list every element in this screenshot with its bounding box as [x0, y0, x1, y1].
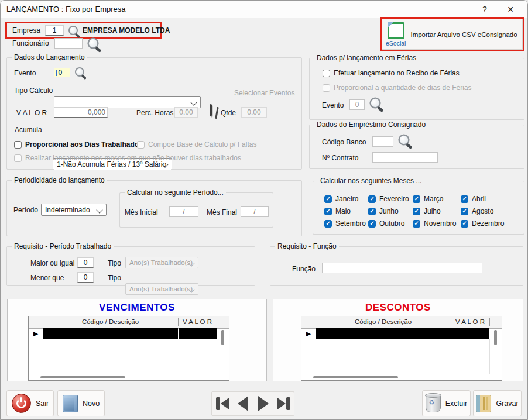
- record-navigator: [211, 391, 294, 416]
- import-csv-button[interactable]: eSocial Importar Arquivo CSV eConsignado: [382, 19, 523, 50]
- column-header-codigo[interactable]: Código / Descrição: [43, 318, 178, 325]
- checkbox-novembro[interactable]: [413, 220, 420, 228]
- checkbox-proporcional-dias[interactable]: [14, 141, 22, 149]
- group-legend: Dados do Empréstimo Consignado: [314, 121, 428, 129]
- checkbox-fevereiro[interactable]: [368, 195, 376, 203]
- sair-label: Sair: [36, 400, 49, 408]
- nav-first-button[interactable]: [212, 394, 232, 414]
- checkbox-abril[interactable]: [461, 195, 468, 203]
- excluir-button[interactable]: Excluir: [422, 390, 471, 416]
- novo-label: Novo: [83, 400, 100, 408]
- nav-prev-button[interactable]: [233, 394, 252, 414]
- sair-button[interactable]: Sair: [6, 390, 54, 416]
- vencimentos-table[interactable]: Código / Descrição V A L O R ▶: [28, 316, 229, 381]
- empresa-input[interactable]: [45, 25, 64, 36]
- mes-final-label: Mês Final: [207, 208, 237, 216]
- chevron-down-icon: [190, 99, 197, 105]
- maior-ou-igual-input[interactable]: [77, 257, 94, 268]
- valor-input[interactable]: [54, 107, 108, 118]
- save-cabinet-icon: [476, 395, 491, 412]
- checkbox-agosto[interactable]: [461, 208, 468, 215]
- codigo-banco-label: Código Banco: [322, 138, 366, 146]
- month-label: Setembro: [335, 219, 366, 228]
- contrato-input[interactable]: [372, 152, 438, 163]
- tipo-select-menor: Ano(s) Trabalhado(s): [125, 283, 198, 295]
- checkbox-junho[interactable]: [368, 208, 376, 215]
- valor-label: V A L O R: [16, 109, 47, 117]
- checkbox-recibo-ferias[interactable]: [323, 70, 330, 77]
- column-header-valor[interactable]: V A L O R: [451, 318, 489, 325]
- checkbox-julho[interactable]: [413, 208, 420, 215]
- evento-ferias-input[interactable]: [349, 99, 365, 110]
- close-button[interactable]: ✕: [502, 3, 519, 16]
- search-icon[interactable]: [75, 67, 84, 77]
- selected-row[interactable]: ▶: [301, 328, 502, 339]
- column-header-codigo[interactable]: Código / Descrição: [316, 318, 451, 325]
- descontos-panel: DESCONTOS Código / Descrição V A L O R ▶: [273, 299, 523, 381]
- tipo-calculo-select[interactable]: [54, 96, 201, 108]
- qtde-input[interactable]: [241, 107, 267, 118]
- codigo-banco-input[interactable]: [372, 136, 393, 147]
- mes-inicial-input[interactable]: [169, 206, 198, 217]
- folder-icon: [63, 395, 78, 412]
- vertical-scrollbar[interactable]: [221, 330, 224, 345]
- funcionario-input[interactable]: [54, 38, 83, 49]
- periodo-label: Período: [13, 206, 38, 214]
- window-title: LANÇAMENTO : Fixo por Empresa: [6, 5, 125, 13]
- month-label: Maio: [335, 207, 351, 215]
- evento-input[interactable]: 0: [54, 68, 70, 77]
- checkbox-maio[interactable]: [324, 208, 332, 215]
- empresa-label: Empresa: [12, 26, 40, 35]
- horizontal-scrollbar[interactable]: [40, 376, 125, 378]
- checkbox-label: Compõe Base de Cálculo p/ Faltas: [148, 140, 256, 149]
- column-header-valor[interactable]: V A L O R: [178, 318, 217, 325]
- gravar-button[interactable]: Gravar: [473, 390, 522, 416]
- descontos-title: DESCONTOS: [273, 302, 523, 314]
- chevron-down-icon: [96, 206, 102, 213]
- horizontal-scrollbar[interactable]: [313, 376, 398, 378]
- tipo-calculo-label: Tipo Cálculo: [14, 87, 53, 95]
- checkbox-setembro[interactable]: [324, 220, 332, 228]
- acumula-label: Acumula: [15, 126, 42, 134]
- excluir-label: Excluir: [445, 400, 468, 408]
- search-icon[interactable]: [369, 97, 380, 108]
- checkbox-dezembro[interactable]: [461, 220, 468, 228]
- perc-horas-input[interactable]: [174, 107, 198, 118]
- nav-next-button[interactable]: [253, 394, 273, 414]
- month-label: Fevereiro: [379, 195, 409, 203]
- group-dados-lancamento: Dados do Lançamento Evento 0 Tipo Cálcul…: [6, 57, 302, 170]
- checkbox-label: Realizar lançamento nos meses em que não…: [25, 154, 241, 162]
- group-legend: Calcular nos seguintes Meses ...: [318, 177, 424, 185]
- month-label: Abril: [472, 195, 486, 203]
- maior-ou-igual-label: Maior ou igual: [30, 259, 74, 267]
- group-periodicidade: Periodicidade do lançamento Período Inde…: [6, 180, 302, 236]
- checkbox-janeiro[interactable]: [324, 195, 332, 203]
- nav-last-button[interactable]: [274, 394, 293, 414]
- month-label: Março: [424, 195, 443, 203]
- search-icon[interactable]: [68, 26, 78, 35]
- checkbox-outubro[interactable]: [368, 220, 376, 228]
- help-button[interactable]: ?: [476, 3, 493, 16]
- group-meses: Calcular nos seguintes Meses ... Janeiro…: [313, 181, 524, 235]
- periodo-select[interactable]: Indeterminado: [41, 204, 107, 216]
- menor-que-input[interactable]: [77, 272, 94, 283]
- vertical-scrollbar[interactable]: [494, 330, 497, 345]
- novo-button[interactable]: Novo: [57, 390, 105, 416]
- edit-note-icon[interactable]: [210, 104, 212, 116]
- search-icon[interactable]: [87, 37, 98, 49]
- descontos-table[interactable]: Código / Descrição V A L O R ▶: [301, 316, 502, 381]
- mes-final-input[interactable]: [241, 206, 269, 217]
- funcao-input[interactable]: [322, 263, 482, 273]
- checkbox-realizar-lancamento: [14, 154, 22, 162]
- checkbox-marco[interactable]: [413, 195, 420, 203]
- month-label: Agosto: [472, 207, 493, 215]
- esocial-icon: [388, 22, 404, 39]
- group-legend: Dados p/ lançamento em Férias: [314, 54, 419, 62]
- selected-row[interactable]: ▶: [29, 328, 229, 339]
- highlight-box-import: eSocial Importar Arquivo CSV eConsignado: [380, 17, 524, 51]
- import-csv-label: Importar Arquivo CSV eConsignado: [410, 31, 517, 38]
- month-label: Dezembro: [472, 219, 504, 228]
- group-legend: Dados do Lançamento: [12, 53, 87, 61]
- search-icon[interactable]: [398, 134, 409, 145]
- horizontal-scrollbar-track: [29, 374, 229, 380]
